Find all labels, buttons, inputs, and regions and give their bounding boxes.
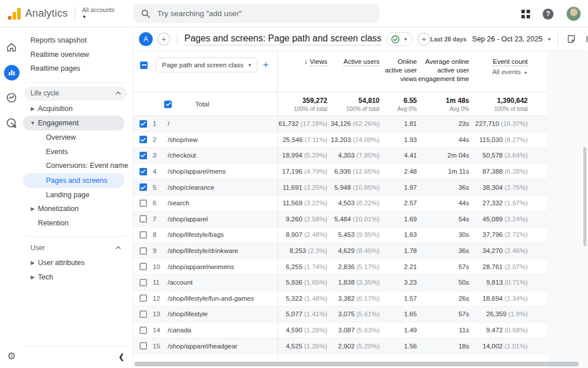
sidebar-section-user[interactable]: User	[24, 240, 127, 255]
sidebar-item-engagement[interactable]: ▼Engagement	[23, 116, 125, 131]
table-row[interactable]: 6/search11,569 (3.22%)4,503 (8.22%)2.574…	[133, 195, 547, 212]
sidebar-item-events[interactable]: Events	[23, 145, 133, 159]
row-checkbox[interactable]	[140, 120, 147, 128]
column-header-active-users[interactable]: Active users	[327, 57, 380, 66]
sidebar-item-label: Tech	[38, 273, 53, 281]
row-checkbox[interactable]	[140, 310, 147, 318]
report-status-pill[interactable]: ▼	[386, 32, 413, 46]
metric-cell: 18,994 (5.29%)	[277, 152, 327, 159]
collapse-sidebar-icon[interactable]: ❮	[118, 352, 125, 361]
column-header-avg-engagement-time[interactable]: Average online active user engagement ti…	[417, 57, 469, 83]
table-row[interactable]: 10/shop/apparel/womens6,255 (1.74%)2,836…	[133, 259, 547, 275]
sidebar-item-realtime-overview[interactable]: Realtime overview	[23, 48, 133, 62]
row-index: 9	[153, 247, 168, 254]
chevron-up-icon	[115, 245, 121, 251]
nav-rail: ⚙	[0, 28, 23, 368]
event-filter-dropdown[interactable]: All events▼	[469, 68, 528, 77]
metric-cell: 1.57	[380, 295, 417, 302]
row-checkbox[interactable]	[140, 327, 147, 334]
row-index: 5	[153, 184, 168, 191]
horizontal-scrollbar[interactable]	[134, 362, 579, 366]
metric-cell: 2.21	[380, 263, 417, 270]
search-input[interactable]	[157, 9, 373, 18]
comparison-icon[interactable]	[584, 33, 588, 45]
row-checkbox[interactable]	[140, 263, 147, 270]
sidebar-item-pages-and-screens[interactable]: Pages and screens	[23, 173, 125, 188]
row-checkbox[interactable]	[140, 231, 147, 239]
note-icon[interactable]	[565, 33, 578, 45]
report-title[interactable]: Pages and screens: Page path and screen …	[184, 33, 381, 45]
metric-cell: 1.93	[380, 136, 417, 143]
account-switcher-label: All accounts	[82, 7, 115, 13]
sidebar-item-conversions-event-name[interactable]: Conversions: Event name	[23, 159, 133, 173]
settings-gear-icon[interactable]: ⚙	[0, 350, 23, 362]
row-checkbox[interactable]	[140, 152, 147, 159]
brand-logo[interactable]: Analytics	[0, 7, 68, 20]
sidebar-item-tech[interactable]: ▶Tech	[23, 270, 133, 285]
page-path-cell: /	[168, 120, 277, 127]
table-row[interactable]: 8/shop/lifestyle/bags8,907 (2.48%)5,453 …	[133, 227, 547, 243]
row-checkbox[interactable]	[140, 294, 147, 302]
add-comparison-button[interactable]: +	[157, 33, 170, 45]
sidebar-item-retention[interactable]: Retention	[23, 216, 133, 231]
page-path-cell: /shop/apparel/mens	[168, 168, 277, 175]
user-avatar[interactable]	[566, 6, 581, 21]
sidebar-item-overview[interactable]: Overview	[23, 131, 133, 145]
add-dimension-button[interactable]: +	[263, 59, 269, 71]
metric-cell: 3,087 (5.63%)	[327, 327, 380, 334]
row-checkbox[interactable]	[140, 200, 147, 207]
table-row[interactable]: 3/checkout18,994 (5.29%)4,303 (7.85%)4.4…	[133, 148, 547, 164]
dimension-selector[interactable]: Page path and screen class ▼	[156, 57, 257, 72]
metric-cell: 14,002 (1.01%)	[469, 343, 528, 350]
sidebar-item-user-attributes[interactable]: ▶User attributes	[23, 256, 133, 270]
reports-icon[interactable]	[0, 60, 23, 85]
date-range-picker[interactable]: Sep 26 - Oct 23, 2025	[472, 35, 542, 43]
row-checkbox[interactable]	[140, 247, 147, 255]
table-row[interactable]: 7/shop/apparel9,260 (2.58%)5,484 (10.01%…	[133, 212, 547, 228]
help-icon[interactable]: ?	[543, 9, 554, 20]
select-all-checkbox[interactable]	[140, 62, 148, 69]
property-badge[interactable]: A	[139, 32, 153, 46]
advertising-icon[interactable]	[0, 110, 23, 136]
header-divider	[177, 34, 177, 44]
home-icon[interactable]	[0, 34, 23, 60]
row-checkbox[interactable]	[140, 342, 147, 350]
global-search[interactable]	[134, 4, 380, 23]
sidebar-item-reports-snapshot[interactable]: Reports snapshot	[23, 33, 133, 48]
account-switcher[interactable]: All accounts ▼	[82, 7, 115, 20]
table-row[interactable]: 14/canada4,590 (1.28%)3,087 (5.63%)1.491…	[133, 323, 547, 339]
metric-cell: 1.49	[380, 327, 417, 334]
table-row[interactable]: 4/shop/apparel/mens17,196 (4.79%)6,936 (…	[133, 164, 547, 180]
sidebar-item-label: Engagement	[38, 119, 79, 127]
column-header-views[interactable]: ↓Views	[277, 57, 327, 66]
table-row[interactable]: 5/shop/clearance11,691 (3.25%)5,948 (10.…	[133, 179, 547, 195]
table-row[interactable]: 9/shop/lifestyle/drinkware8,253 (2.3%)4,…	[133, 243, 547, 259]
column-header-event-count[interactable]: Event count All events▼	[469, 57, 528, 77]
table-row[interactable]: 15/shop/apparel/headgear4,525 (1.26%)2,9…	[133, 338, 547, 354]
row-checkbox[interactable]	[140, 136, 147, 143]
table-row[interactable]: 11/account5,936 (1.65%)1,838 (3.35%)3.23…	[133, 275, 547, 291]
row-checkbox[interactable]	[140, 183, 147, 191]
sidebar-item-monetization[interactable]: ▶Monetization	[23, 202, 133, 216]
row-checkbox[interactable]	[140, 279, 147, 286]
column-header-online-active-user-views[interactable]: Online active user views	[380, 57, 417, 83]
sidebar-item-landing-page[interactable]: Landing page	[23, 188, 133, 202]
sidebar-item-realtime-pages[interactable]: Realtime pages	[23, 62, 133, 76]
table-row[interactable]: 2/shop/new25,546 (7.11%)13,203 (24.09%)1…	[133, 132, 547, 148]
apps-grid-icon[interactable]	[521, 10, 530, 18]
row-checkbox[interactable]	[140, 215, 147, 223]
report-toolbar	[558, 33, 588, 45]
total-row-checkbox[interactable]	[164, 101, 172, 108]
add-report-button[interactable]: +	[417, 33, 430, 45]
table-row[interactable]: 13/shop/lifestyle5,077 (1.41%)3,075 (5.6…	[133, 306, 547, 323]
table-row[interactable]: 1/61,732 (17.18%)34,126 (62.26%)1.8123s2…	[133, 116, 547, 132]
vertical-scrollbar[interactable]	[583, 147, 586, 246]
metric-cell: 61,732 (17.18%)	[277, 120, 327, 127]
sidebar-item-acquisition[interactable]: ▶Acquisition	[23, 102, 133, 116]
row-checkbox[interactable]	[140, 168, 147, 175]
table-row[interactable]: 12/shop/lifestyle/fun-and-games5,322 (1.…	[133, 291, 547, 307]
sidebar-section-life-cycle[interactable]: Life cycle	[24, 86, 127, 101]
explore-icon[interactable]	[0, 85, 23, 110]
metric-cell: 34,270 (2.46%)	[469, 247, 528, 254]
top-bar: Analytics All accounts ▼ ?	[0, 0, 588, 28]
